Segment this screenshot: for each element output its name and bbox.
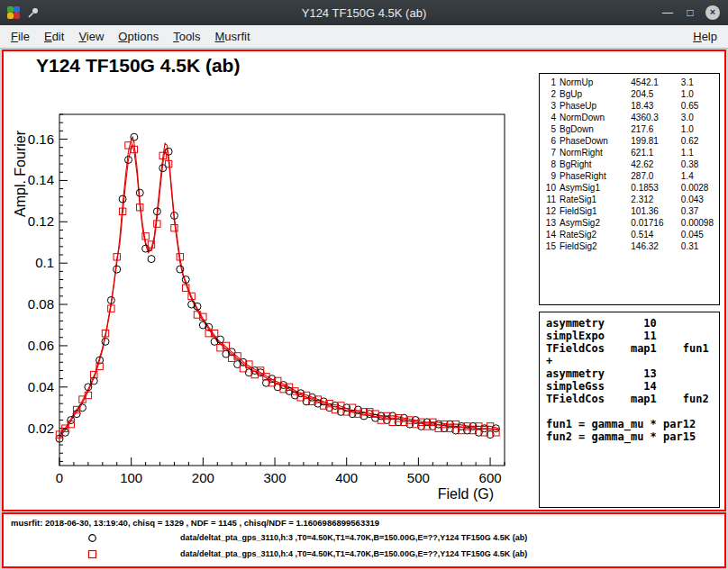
svg-text:0.12: 0.12 bbox=[28, 213, 54, 229]
svg-text:500: 500 bbox=[407, 470, 430, 485]
param-row-fieldsig1: 12FieldSig1101.360.37 bbox=[543, 205, 715, 217]
svg-text:100: 100 bbox=[120, 470, 142, 485]
menu-edit[interactable]: Edit bbox=[37, 26, 71, 47]
pin-icon[interactable] bbox=[26, 6, 40, 20]
menubar: FileEditViewOptionsToolsMusrfit Help bbox=[0, 25, 728, 49]
param-row-bgdown: 5BgDown217.61.0 bbox=[543, 123, 715, 135]
app-window: Y124 TF150G 4.5K (ab) — □ × FileEditView… bbox=[0, 0, 728, 570]
theory-text: asymmetry 10 simplExpo 11 TFieldCos map1… bbox=[540, 312, 719, 448]
legend-label: data/deltat_pta_gps_3110,h:3 ,T0=4.50K,T… bbox=[180, 533, 527, 542]
window-title: Y124 TF150G 4.5K (ab) bbox=[0, 6, 728, 20]
y-axis-title: Ampl. Fourier bbox=[13, 130, 28, 217]
param-row-ratesig2: 14RateSig20.5140.045 bbox=[543, 229, 715, 240]
svg-text:0.06: 0.06 bbox=[28, 338, 54, 353]
menu-left-group: FileEditViewOptionsToolsMusrfit bbox=[4, 26, 258, 47]
plot-title: Y124 TF150G 4.5K (ab) bbox=[36, 55, 240, 77]
menu-view[interactable]: View bbox=[71, 26, 111, 47]
svg-text:0.04: 0.04 bbox=[28, 379, 54, 394]
svg-text:0.1: 0.1 bbox=[35, 255, 54, 270]
fit-line-2 bbox=[59, 143, 499, 435]
param-row-phaseup: 3PhaseUp18.430.65 bbox=[543, 100, 715, 112]
maximize-button[interactable]: □ bbox=[683, 5, 697, 20]
svg-text:600: 600 bbox=[479, 470, 502, 485]
param-row-normright: 7NormRight621.11.1 bbox=[543, 147, 715, 158]
param-row-ratesig1: 11RateSig12.3120.043 bbox=[543, 194, 715, 205]
legend-entry-1: data/deltat_pta_gps_3110,h:3 ,T0=4.50K,T… bbox=[4, 530, 724, 545]
series-circles bbox=[56, 133, 499, 442]
svg-text:0.08: 0.08 bbox=[28, 296, 54, 312]
info-pad[interactable]: musrfit: 2018-06-30, 13:19:40, chisq = 1… bbox=[2, 512, 726, 568]
param-row-asymsig2: 13AsymSig20.017160.00098 bbox=[543, 217, 715, 229]
param-row-fieldsig2: 15FieldSig2146.320.31 bbox=[543, 240, 715, 252]
x-axis-title: Field (G) bbox=[438, 486, 494, 502]
menu-help[interactable]: Help bbox=[686, 26, 724, 47]
app-icon bbox=[6, 5, 21, 20]
legend-entry-2: data/deltat_pta_gps_3110,h:4 ,T0=4.50K,T… bbox=[4, 547, 724, 561]
param-row-asymsig1: 10AsymSig10.18530.0028 bbox=[543, 182, 715, 194]
menu-tools[interactable]: Tools bbox=[166, 26, 207, 47]
plot-pad[interactable]: Y124 TF150G 4.5K (ab) 010020030040050060… bbox=[2, 50, 726, 511]
param-row-normdown: 4NormDown4360.33.0 bbox=[543, 112, 715, 123]
titlebar[interactable]: Y124 TF150G 4.5K (ab) — □ × bbox=[0, 0, 728, 25]
svg-text:400: 400 bbox=[335, 470, 358, 485]
svg-text:200: 200 bbox=[192, 470, 214, 485]
menu-file[interactable]: File bbox=[4, 26, 37, 47]
svg-text:0: 0 bbox=[56, 470, 63, 485]
series-squares bbox=[56, 142, 499, 439]
fit-info-line: musrfit: 2018-06-30, 13:19:40, chisq = 1… bbox=[11, 518, 379, 528]
svg-text:0.02: 0.02 bbox=[28, 421, 54, 436]
param-row-normup: 1NormUp4542.13.1 bbox=[543, 77, 715, 88]
menu-options[interactable]: Options bbox=[111, 26, 166, 47]
root-canvas: Y124 TF150G 4.5K (ab) 010020030040050060… bbox=[0, 49, 728, 570]
x-axis: 0100200300400500600Field (G) bbox=[56, 457, 505, 502]
fit-parameters-box[interactable]: 1NormUp4542.13.12BgUp204.51.03PhaseUp18.… bbox=[539, 73, 720, 305]
circle-marker-icon bbox=[85, 533, 99, 543]
param-row-phaseright: 9PhaseRight287.01.4 bbox=[543, 170, 715, 182]
param-row-phasedown: 6PhaseDown199.810.62 bbox=[543, 135, 715, 147]
param-row-bgright: 8BgRight42.620.38 bbox=[543, 158, 715, 170]
square-marker-icon bbox=[85, 549, 99, 559]
theory-box[interactable]: asymmetry 10 simplExpo 11 TFieldCos map1… bbox=[539, 312, 720, 508]
param-row-bgup: 2BgUp204.51.0 bbox=[543, 88, 715, 100]
svg-text:0.16: 0.16 bbox=[28, 131, 54, 147]
menu-musrfit[interactable]: Musrfit bbox=[208, 26, 258, 47]
close-button[interactable]: × bbox=[705, 5, 720, 20]
menu-right-group: Help bbox=[686, 26, 724, 47]
svg-text:0.14: 0.14 bbox=[28, 172, 54, 187]
legend-label: data/deltat_pta_gps_3110,h:4 ,T0=4.50K,T… bbox=[180, 549, 527, 558]
svg-text:300: 300 bbox=[264, 470, 287, 485]
minimize-button[interactable]: — bbox=[660, 5, 675, 20]
